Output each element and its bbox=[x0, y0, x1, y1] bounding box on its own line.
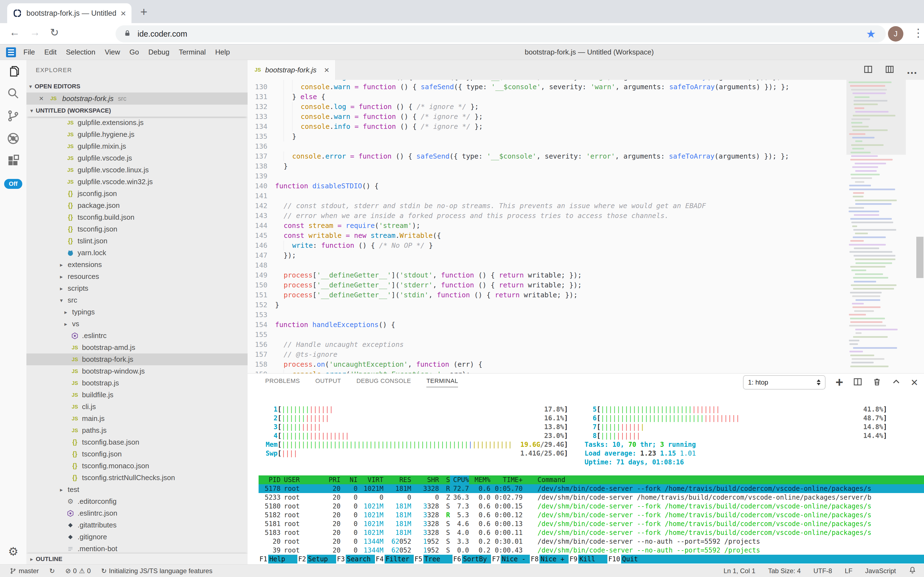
fkey-f8[interactable]: F8 bbox=[530, 555, 540, 564]
fkey-label-quit[interactable]: Quit bbox=[621, 555, 650, 564]
maximize-panel-icon[interactable] bbox=[892, 377, 901, 388]
source-control-icon[interactable] bbox=[7, 110, 19, 122]
tree-item-gulpfile-extensions-js[interactable]: JSgulpfile.extensions.js bbox=[26, 117, 247, 129]
status-badge[interactable]: Off bbox=[4, 179, 22, 189]
close-icon[interactable]: × bbox=[39, 94, 43, 103]
tree-item-eslintrc[interactable]: .eslintrc bbox=[26, 330, 247, 342]
back-icon[interactable]: ← bbox=[10, 26, 20, 38]
tree-item-bootstrap-window-js[interactable]: JSbootstrap-window.js bbox=[26, 365, 247, 377]
open-editor-item[interactable]: × JS bootstrap-fork.js src bbox=[26, 92, 247, 105]
tree-item-cli-js[interactable]: JScli.js bbox=[26, 401, 247, 413]
problems-item[interactable]: ⊘ 0 ⚠ 0 bbox=[62, 567, 94, 575]
status-item-tab-size-4[interactable]: Tab Size: 4 bbox=[768, 567, 801, 575]
fkey-f1[interactable]: F1 bbox=[259, 555, 268, 564]
tree-item-tsconfig-strictnullchecks-json[interactable]: {}tsconfig.strictNullChecks.json bbox=[26, 472, 247, 484]
menu-item-view[interactable]: View bbox=[100, 48, 125, 56]
fkey-label-setup[interactable]: Setup bbox=[307, 555, 336, 564]
tree-item-jsconfig-json[interactable]: {}jsconfig.json bbox=[26, 188, 247, 200]
tree-item-tsconfig-build-json[interactable]: {}tsconfig.build.json bbox=[26, 211, 247, 223]
fkey-label-tree[interactable]: Tree bbox=[423, 555, 453, 564]
fkey-f10[interactable]: F10 bbox=[607, 555, 621, 564]
terminal-selector[interactable]: 1: htop bbox=[743, 375, 826, 390]
column-header-shr[interactable]: SHR bbox=[411, 475, 439, 484]
workspace-header[interactable]: ▾ UNTITLED (WORKSPACE) bbox=[26, 105, 247, 117]
fkey-f2[interactable]: F2 bbox=[297, 555, 307, 564]
process-row-5178[interactable]: 5178root2001021M181M3328R72.70.60:05.70/… bbox=[259, 484, 924, 493]
fkey-f5[interactable]: F5 bbox=[414, 555, 423, 564]
editor-tab[interactable]: JS bootstrap-fork.js × bbox=[247, 60, 336, 80]
fkey-label-search[interactable]: Search bbox=[346, 555, 375, 564]
fkey-label-help[interactable]: Help bbox=[268, 555, 297, 564]
tree-item-bootstrap-amd-js[interactable]: JSbootstrap-amd.js bbox=[26, 342, 247, 353]
tree-item-extensions[interactable]: ▸extensions bbox=[26, 259, 247, 271]
fkey-label-nice[interactable]: Nice + bbox=[540, 555, 569, 564]
tree-item-vs[interactable]: ▸vs bbox=[26, 318, 247, 330]
status-item-javascript[interactable]: JavaScript bbox=[865, 567, 896, 575]
panel-tab-debug-console[interactable]: DEBUG CONSOLE bbox=[357, 377, 411, 385]
column-header-time[interactable]: TIME+ bbox=[490, 475, 523, 484]
tree-item-resources[interactable]: ▸resources bbox=[26, 271, 247, 282]
open-editors-header[interactable]: ▾ OPEN EDITORS bbox=[26, 81, 247, 92]
editor-scrollbar[interactable] bbox=[916, 237, 924, 278]
tree-item-eslintrc-json[interactable]: .eslintrc.json bbox=[26, 507, 247, 519]
tree-item-tsconfig-base-json[interactable]: {}tsconfig.base.json bbox=[26, 436, 247, 448]
tree-item-typings[interactable]: ▸typings bbox=[26, 306, 247, 318]
bookmark-star-icon[interactable]: ★ bbox=[866, 27, 876, 40]
process-row-5233[interactable]: 5233root200000Z36.30.00:02.79/dev/shm/bi… bbox=[259, 493, 924, 502]
status-item-utf-8[interactable]: UTF-8 bbox=[813, 567, 832, 575]
url-bar[interactable]: ide.coder.com ★ bbox=[116, 25, 886, 42]
tree-item-gulpfile-vscode-js[interactable]: JSgulpfile.vscode.js bbox=[26, 152, 247, 164]
new-terminal-icon[interactable]: + bbox=[836, 378, 843, 387]
settings-gear-icon[interactable]: ⚙ bbox=[8, 545, 18, 558]
terminal[interactable]: 1[|||||||||||||17.8%]5[|||||||||||||||||… bbox=[247, 388, 924, 564]
tree-item-bootstrap-js[interactable]: JSbootstrap.js bbox=[26, 377, 247, 389]
menu-item-help[interactable]: Help bbox=[211, 48, 235, 56]
menu-item-go[interactable]: Go bbox=[125, 48, 144, 56]
fkey-label-sortby[interactable]: SortBy bbox=[462, 555, 491, 564]
process-row-5180[interactable]: 5180root2001021M181M3328S7.30.60:00.15/d… bbox=[259, 502, 924, 511]
new-tab-button[interactable]: + bbox=[140, 5, 148, 19]
fkey-label-filter[interactable]: Filter bbox=[384, 555, 414, 564]
column-header-mem[interactable]: MEM% bbox=[469, 475, 490, 484]
tree-item-gulpfile-mixin-js[interactable]: JSgulpfile.mixin.js bbox=[26, 140, 247, 152]
menu-item-edit[interactable]: Edit bbox=[40, 48, 61, 56]
browser-tab[interactable]: bootstrap-fork.js — Untitled (W × bbox=[7, 3, 132, 23]
column-header-ni[interactable]: NI bbox=[341, 475, 358, 484]
sync-button[interactable]: ↻ bbox=[46, 567, 58, 575]
tree-item-tsconfig-json[interactable]: {}tsconfig.json bbox=[26, 223, 247, 235]
tree-item-buildfile-js[interactable]: JSbuildfile.js bbox=[26, 389, 247, 401]
column-header-cpu[interactable]: CPU% bbox=[450, 475, 469, 484]
search-icon[interactable] bbox=[7, 87, 19, 100]
process-row-20[interactable]: 20root2001344M620521952S3.30.20:30.01/de… bbox=[259, 537, 924, 546]
process-row-39[interactable]: 39root2001344M620521952S0.00.20:00.43/de… bbox=[259, 546, 924, 555]
column-header-s[interactable]: S bbox=[439, 475, 450, 484]
close-panel-icon[interactable]: × bbox=[911, 378, 918, 387]
kill-terminal-icon[interactable] bbox=[872, 377, 882, 388]
fkey-f7[interactable]: F7 bbox=[491, 555, 501, 564]
fkey-f3[interactable]: F3 bbox=[336, 555, 346, 564]
tree-item-gitignore[interactable]: .gitignore bbox=[26, 531, 247, 543]
browser-tab-close-icon[interactable]: × bbox=[121, 8, 126, 19]
tree-item-gitattributes[interactable]: .gitattributes bbox=[26, 519, 247, 531]
fkey-label-kill[interactable]: Kill bbox=[578, 555, 607, 564]
fkey-f6[interactable]: F6 bbox=[453, 555, 462, 564]
column-header-command[interactable]: Command bbox=[523, 475, 924, 484]
tree-item-tsconfig-json[interactable]: {}tsconfig.json bbox=[26, 448, 247, 460]
panel-tab-problems[interactable]: PROBLEMS bbox=[265, 377, 300, 385]
column-header-res[interactable]: RES bbox=[384, 475, 411, 484]
menu-item-file[interactable]: File bbox=[19, 48, 40, 56]
tree-item-bootstrap-fork-js[interactable]: JSbootstrap-fork.js bbox=[26, 353, 247, 365]
status-item-lf[interactable]: LF bbox=[845, 567, 852, 575]
minimap[interactable] bbox=[847, 80, 906, 373]
tree-item-paths-js[interactable]: JSpaths.js bbox=[26, 424, 247, 436]
tree-item-test[interactable]: ▸test bbox=[26, 484, 247, 495]
menu-item-selection[interactable]: Selection bbox=[61, 48, 100, 56]
tree-item-tsconfig-monaco-json[interactable]: {}tsconfig.monaco.json bbox=[26, 460, 247, 472]
tree-item-gulpfile-hygiene-js[interactable]: JSgulpfile.hygiene.js bbox=[26, 129, 247, 140]
avatar[interactable]: J bbox=[888, 26, 903, 42]
column-header-pid[interactable]: PID bbox=[262, 475, 281, 484]
tree-item-main-js[interactable]: JSmain.js bbox=[26, 413, 247, 424]
column-header-user[interactable]: USER bbox=[281, 475, 317, 484]
column-header-pri[interactable]: PRI bbox=[317, 475, 341, 484]
git-branch-item[interactable]: master bbox=[6, 567, 42, 575]
